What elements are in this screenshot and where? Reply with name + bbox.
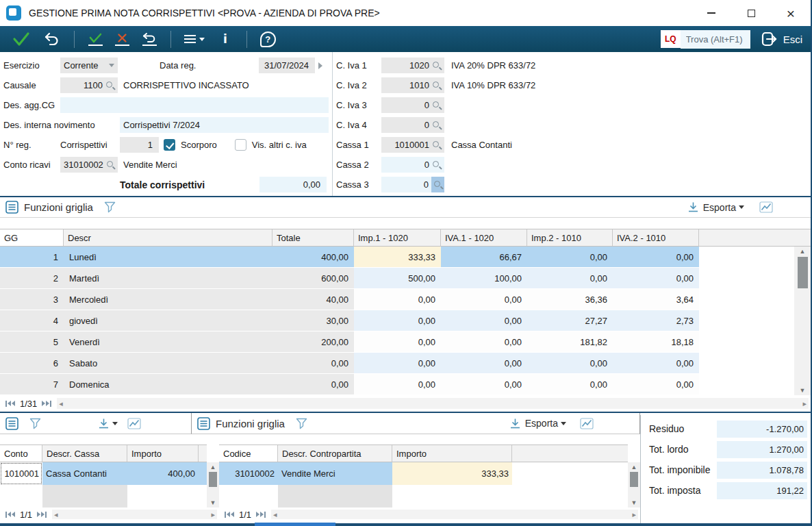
table-row[interactable]: 7 Domenica 0,00 0,00 0,00 0,00 0,00: [0, 374, 793, 395]
col-importo[interactable]: Importo: [392, 445, 512, 462]
scroll-up-icon[interactable]: ▲: [631, 464, 637, 471]
col-totale[interactable]: Totale: [272, 229, 354, 246]
col-descr-contropartita[interactable]: Descr. Contropartita: [278, 445, 392, 462]
close-button[interactable]: ×: [771, 0, 811, 26]
layout-grid-button[interactable]: [788, 203, 801, 212]
des-interna-field[interactable]: Corrispettivi 7/2024: [120, 117, 329, 133]
undo-button[interactable]: [43, 31, 61, 47]
export-button[interactable]: Esporta: [509, 418, 566, 429]
active-cell[interactable]: 333,33: [392, 462, 512, 485]
table-row[interactable]: 2 Martedì 600,00 500,00 100,00 0,00 0,00: [0, 268, 793, 289]
table-row[interactable]: 4 giovedì 30,00 0,00 0,00 27,27 2,73: [0, 310, 793, 331]
scorporo-checkbox[interactable]: [164, 139, 175, 151]
vertical-scrollbar[interactable]: ▲ ▼: [628, 462, 640, 508]
layout-grid-button[interactable]: [607, 419, 620, 427]
search-icon[interactable]: [106, 160, 115, 169]
esercizio-select[interactable]: Corrente: [60, 58, 118, 73]
export-button[interactable]: Esporta: [687, 201, 744, 213]
col-descr-cassa[interactable]: Descr. Cassa: [42, 445, 127, 462]
filter-button[interactable]: [104, 201, 116, 213]
scrollbar-thumb[interactable]: [798, 257, 808, 288]
scroll-down-icon[interactable]: ▼: [210, 499, 216, 506]
confirm-row-button[interactable]: [88, 33, 103, 46]
n-reg-field[interactable]: 1: [120, 137, 159, 153]
export-button[interactable]: [98, 418, 118, 429]
filter-button[interactable]: [296, 418, 307, 429]
last-page-button[interactable]: [256, 512, 266, 518]
table-row[interactable]: [0, 485, 207, 508]
delete-row-button[interactable]: [115, 33, 129, 46]
scroll-right-icon[interactable]: ▸: [632, 511, 636, 518]
table-row[interactable]: 6 Sabato 0,00 0,00 0,00 0,00 0,00: [0, 353, 793, 374]
table-row[interactable]: 1 Lunedì 400,00 333,33 66,67 0,00 0,00: [0, 247, 793, 268]
grid-functions-button[interactable]: [197, 417, 210, 430]
search-input[interactable]: [681, 30, 750, 49]
horizontal-scrollbar[interactable]: ◂ ▸: [52, 510, 217, 519]
col-conto[interactable]: Conto: [0, 445, 42, 462]
vis-altri-checkbox[interactable]: [235, 139, 246, 151]
filter-button[interactable]: [29, 418, 41, 429]
info-button[interactable]: i: [223, 32, 227, 46]
chart-button[interactable]: [127, 418, 141, 429]
table-row[interactable]: 3 Mercoledì 40,00 0,00 0,00 36,36 3,64: [0, 289, 793, 310]
scroll-right-icon[interactable]: ▸: [802, 400, 807, 408]
scroll-left-icon[interactable]: ◂: [54, 511, 58, 518]
exit-button[interactable]: Esci: [761, 32, 802, 47]
scroll-up-icon[interactable]: ▲: [800, 248, 806, 255]
scroll-down-icon[interactable]: ▼: [631, 499, 637, 506]
last-page-button[interactable]: [37, 512, 47, 518]
scrollbar-thumb[interactable]: [630, 472, 638, 487]
horizontal-scrollbar[interactable]: ◂ ▸: [271, 510, 638, 519]
table-row[interactable]: 31010002 Vendite Merci 333,33: [219, 462, 628, 485]
chart-button[interactable]: [759, 201, 773, 213]
table-row[interactable]: 1010001 Cassa Contanti 400,00: [0, 462, 207, 485]
active-cell[interactable]: 333,33: [354, 247, 441, 268]
col-descr[interactable]: Descr: [64, 229, 272, 246]
col-imp1[interactable]: Imp.1 - 1020: [354, 229, 441, 246]
data-reg-field[interactable]: 31/07/2024: [259, 58, 315, 73]
search-icon[interactable]: [432, 140, 441, 149]
col-gg[interactable]: GG: [0, 229, 64, 246]
active-cell[interactable]: 1010001: [0, 462, 42, 485]
search-icon[interactable]: [432, 81, 441, 90]
date-next-icon[interactable]: [318, 62, 322, 69]
cassa2-field[interactable]: 0: [381, 157, 444, 173]
col-iva1[interactable]: IVA.1 - 1020: [441, 229, 527, 246]
search-button-active[interactable]: [431, 177, 444, 192]
scroll-down-icon[interactable]: ▼: [800, 387, 806, 394]
search-icon[interactable]: [432, 121, 441, 129]
search-icon[interactable]: [432, 101, 441, 110]
vertical-scrollbar[interactable]: ▲ ▼: [794, 247, 811, 395]
grid-functions-button[interactable]: [5, 201, 18, 214]
scroll-left-icon[interactable]: ◂: [59, 400, 63, 408]
scroll-right-icon[interactable]: ▸: [211, 511, 215, 518]
search-icon[interactable]: [105, 81, 114, 90]
cassa3-field[interactable]: 0: [381, 177, 444, 192]
conto-ricavi-field[interactable]: 31010002: [60, 157, 118, 173]
c-iva1-field[interactable]: 1020: [381, 58, 444, 73]
col-iva2[interactable]: IVA.2 - 1010: [613, 229, 699, 246]
first-page-button[interactable]: [225, 512, 234, 518]
first-page-button[interactable]: [5, 401, 15, 407]
maximize-button[interactable]: [731, 0, 771, 26]
table-row[interactable]: [219, 485, 628, 508]
scrollbar-thumb[interactable]: [209, 472, 217, 487]
scroll-up-icon[interactable]: ▲: [210, 464, 216, 471]
c-iva4-field[interactable]: 0: [381, 117, 444, 133]
confirm-button[interactable]: [12, 31, 31, 47]
last-page-button[interactable]: [42, 401, 51, 407]
col-importo[interactable]: Importo: [127, 445, 199, 462]
restore-row-button[interactable]: [142, 33, 157, 46]
c-iva3-field[interactable]: 0: [381, 97, 444, 113]
first-page-button[interactable]: [5, 512, 15, 518]
horizontal-scrollbar[interactable]: ◂ ▸: [57, 398, 809, 409]
col-imp2[interactable]: Imp.2 - 1010: [527, 229, 613, 246]
search-icon[interactable]: [432, 61, 441, 70]
scroll-left-icon[interactable]: ◂: [273, 511, 277, 518]
minimize-button[interactable]: [692, 0, 731, 26]
col-codice[interactable]: Codice: [219, 445, 278, 462]
vertical-scrollbar[interactable]: ▲ ▼: [207, 462, 219, 508]
menu-button[interactable]: [184, 35, 205, 44]
layout-grid-button[interactable]: [151, 419, 164, 427]
help-button[interactable]: ?: [260, 32, 276, 47]
